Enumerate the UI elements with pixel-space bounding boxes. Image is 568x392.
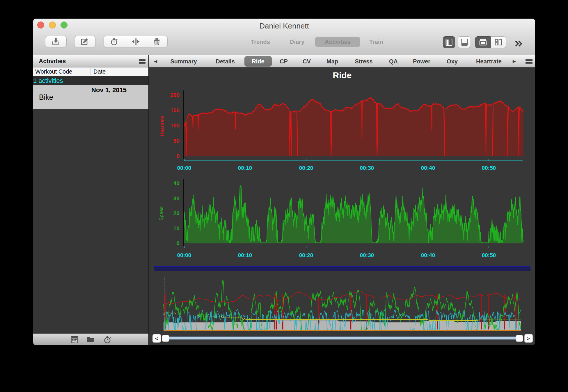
svg-text:150: 150 bbox=[170, 107, 180, 113]
svg-text:00:10: 00:10 bbox=[238, 165, 252, 171]
svg-text:00:00: 00:00 bbox=[177, 252, 191, 258]
svg-text:20: 20 bbox=[173, 210, 180, 216]
svg-text:50: 50 bbox=[173, 138, 180, 144]
svg-text:0: 0 bbox=[176, 153, 180, 159]
svg-text:00:30: 00:30 bbox=[360, 165, 374, 171]
svg-text:Heartrate: Heartrate bbox=[159, 116, 165, 136]
svg-text:00:00: 00:00 bbox=[177, 165, 191, 171]
svg-text:00:40: 00:40 bbox=[421, 252, 435, 258]
svg-text:30: 30 bbox=[173, 195, 180, 202]
svg-text:0: 0 bbox=[176, 240, 180, 246]
svg-text:<: < bbox=[155, 336, 158, 341]
svg-text:10: 10 bbox=[173, 225, 180, 231]
svg-text:>: > bbox=[527, 336, 530, 341]
svg-text:00:40: 00:40 bbox=[421, 165, 435, 171]
svg-text:00:30: 00:30 bbox=[360, 252, 374, 258]
svg-text:Ride: Ride bbox=[333, 70, 352, 80]
svg-text:00:20: 00:20 bbox=[299, 252, 313, 258]
svg-text:00:50: 00:50 bbox=[482, 165, 496, 171]
svg-text:40: 40 bbox=[173, 180, 180, 186]
svg-text:200: 200 bbox=[170, 92, 180, 98]
svg-text:00:50: 00:50 bbox=[482, 252, 496, 258]
svg-text:’: ’ bbox=[182, 174, 183, 179]
svg-text:Speed: Speed bbox=[159, 206, 164, 220]
svg-text:00:20: 00:20 bbox=[299, 165, 313, 171]
svg-text:100: 100 bbox=[170, 122, 180, 129]
svg-text:00:10: 00:10 bbox=[238, 252, 252, 258]
